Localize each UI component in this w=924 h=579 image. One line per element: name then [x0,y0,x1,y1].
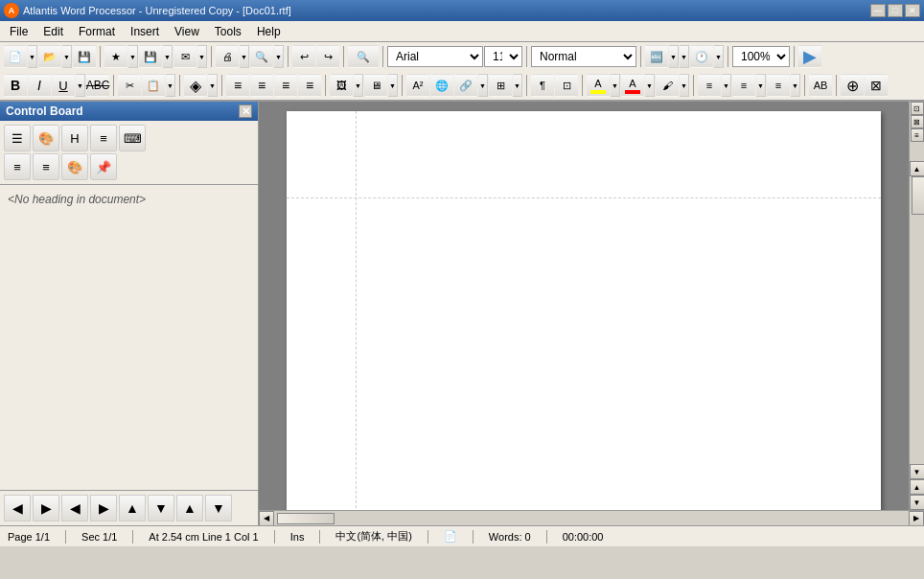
bg-color-arrow[interactable]: ▼ [680,74,689,97]
sidebar-icon-2[interactable]: ⊠ [911,115,924,128]
cb-palette-button[interactable]: 🎨 [61,153,88,180]
cb-special-button[interactable]: ⌨ [119,125,146,151]
link-button[interactable]: 🔗 [454,74,477,97]
paragraph-style-dropdown[interactable]: Normal [531,46,636,67]
cb-bookmark-button[interactable]: 📌 [90,153,117,180]
justify-button[interactable]: ≡ [298,74,321,97]
new-arrow[interactable]: ▼ [28,45,37,68]
highlight-arrow[interactable]: ▼ [611,74,620,97]
strikethrough-button[interactable]: ABC [86,74,109,97]
nav-next-button[interactable]: ▶ [33,495,59,521]
control-board-close[interactable]: ✕ [239,104,252,118]
calendar-arrow[interactable]: ▼ [680,45,689,68]
save-button[interactable]: 💾 [73,45,96,68]
change-case-button[interactable]: AB [809,74,832,97]
nav-up2-button[interactable]: ▲ [119,495,146,521]
find-button[interactable]: 🔍 [348,45,379,68]
cb-list-button[interactable]: ≡ [90,125,117,151]
nav-down2-button[interactable]: ▼ [148,495,174,521]
open-arrow[interactable]: ▼ [62,45,72,68]
nav-down-button[interactable]: ▶ [90,495,117,521]
bullet-arrow[interactable]: ▼ [722,74,731,97]
globe-button[interactable]: 🌐 [430,74,453,97]
sidebar-icon-1[interactable]: ⊡ [911,102,924,115]
h-scroll-right[interactable]: ▶ [909,511,924,526]
sidebar-icon-3[interactable]: ≡ [911,128,924,142]
resize-button[interactable]: ⊠ [865,74,888,97]
document-page[interactable] [287,111,881,510]
cb-headings-button[interactable]: H [61,125,88,151]
h-scroll-left[interactable]: ◀ [259,511,274,526]
print-button[interactable]: 🖨 [216,45,239,68]
format-para-button[interactable]: ¶ [531,74,554,97]
time-arrow[interactable]: ▼ [714,45,724,68]
num-arrow[interactable]: ▼ [756,74,766,97]
cb-list2-button[interactable]: ≡ [4,153,31,180]
align-left-button[interactable]: ≡ [226,74,249,97]
scroll-up-button[interactable]: ▲ [910,161,925,176]
cb-styles-button[interactable]: ☰ [4,125,31,151]
media-arrow[interactable]: ▼ [388,74,398,97]
cut-button[interactable]: ✂ [118,74,141,97]
scroll-track[interactable] [911,176,924,464]
italic-button[interactable]: I [28,74,51,97]
media-button[interactable]: 🖥 [364,74,387,97]
link-arrow[interactable]: ▼ [478,74,488,97]
menu-help[interactable]: Help [249,23,289,40]
bg-color-button[interactable]: 🖌 [656,74,679,97]
preview-button[interactable]: 🔍 [250,45,273,68]
scroll-page-down[interactable]: ▼ [910,495,925,510]
scroll-page-up[interactable]: ▲ [910,479,925,495]
menu-view[interactable]: View [167,23,207,40]
special-arrow[interactable]: ▼ [208,74,218,97]
h-scroll-track[interactable] [276,512,907,525]
paste-arrow[interactable]: ▼ [166,74,175,97]
redo-button[interactable]: ↪ [316,45,339,68]
img-arrow[interactable]: ▼ [354,74,363,97]
font-color-button[interactable]: A [621,74,644,97]
font-color-arrow[interactable]: ▼ [645,74,655,97]
nav-btn8[interactable]: ▼ [205,495,232,521]
time-button[interactable]: 🕐 [690,45,713,68]
zoom-fit-button[interactable]: ⊡ [555,74,578,97]
nav-btn7[interactable]: ▲ [176,495,203,521]
align-center-button[interactable]: ≡ [250,74,273,97]
nav-up-button[interactable]: ◀ [61,495,88,521]
spell-check-button[interactable]: 🔤 [645,45,668,68]
align-right-button[interactable]: ≡ [274,74,297,97]
fav-arrow[interactable]: ▼ [128,45,138,68]
email-arrow[interactable]: ▼ [197,45,207,68]
cb-indent-button[interactable]: ≡ [33,153,59,180]
h-scroll-thumb[interactable] [277,513,335,524]
font-name-dropdown[interactable]: Arial [387,46,483,67]
highlight-button[interactable]: A [587,74,610,97]
maximize-button[interactable]: □ [888,4,903,17]
undo-button[interactable]: ↩ [292,45,315,68]
document-scroll-area[interactable] [259,102,909,510]
num-list-button[interactable]: ≡ [732,74,755,97]
close-button[interactable]: ✕ [905,4,920,17]
outline-button[interactable]: ≡ [767,74,790,97]
special-button[interactable]: ◈ [184,74,207,97]
table-button[interactable]: ⊞ [489,74,512,97]
underline-button[interactable]: U [52,74,75,97]
nav-prev-button[interactable]: ◀ [4,495,31,521]
menu-file[interactable]: File [2,23,35,40]
menu-tools[interactable]: Tools [207,23,249,40]
color-wheel-button[interactable]: ⊕ [841,74,864,97]
zoom-dropdown[interactable]: 100% [732,46,790,67]
save-arrow[interactable]: ▼ [163,45,173,68]
scroll-thumb[interactable] [912,176,925,215]
favorite-button[interactable]: ★ [104,45,127,68]
email-button[interactable]: ✉ [173,45,196,68]
spell-arrow[interactable]: ▼ [669,45,679,68]
menu-insert[interactable]: Insert [123,23,167,40]
copy-button[interactable]: 📋 [142,74,165,97]
menu-edit[interactable]: Edit [35,23,71,40]
minimize-button[interactable]: — [870,4,886,17]
font-size-dropdown[interactable]: 11 [484,46,522,67]
image-button[interactable]: 🖼 [330,74,353,97]
scroll-down-button[interactable]: ▼ [910,464,925,479]
print-arrow[interactable]: ▼ [240,45,249,68]
table-arrow[interactable]: ▼ [513,74,522,97]
